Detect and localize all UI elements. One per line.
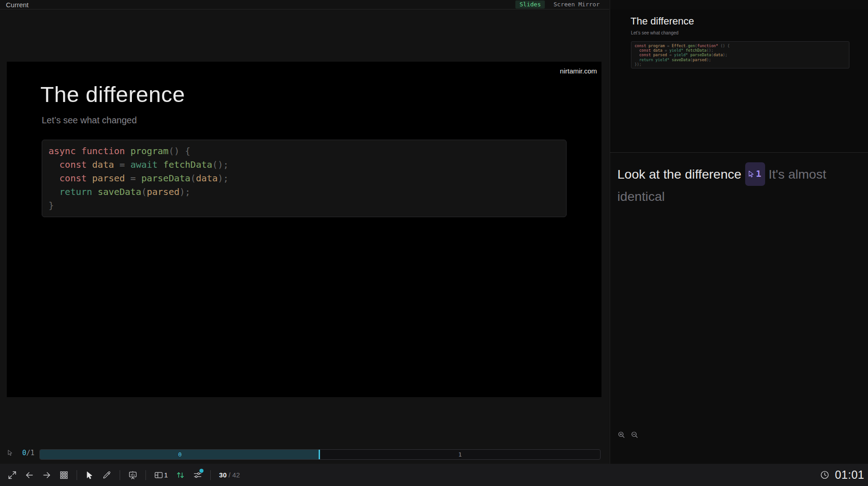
current-slide-panel: The difference Let’s see what changed ni… (0, 10, 609, 464)
view-mode-tabs: Slides Screen Mirror (515, 0, 604, 9)
presenter-toolbar: 1 30 / 42 01:01 (0, 464, 868, 486)
click-cursor-icon (7, 449, 14, 456)
toolbar-divider (120, 470, 120, 480)
toolbar-divider (77, 470, 77, 480)
zoom-out-icon[interactable] (630, 431, 639, 439)
settings-notification-dot (199, 469, 204, 473)
toolbar-divider (145, 470, 146, 480)
tab-slides[interactable]: Slides (515, 0, 545, 9)
next-and-notes-panel: The difference Let’s see what changed co… (610, 0, 868, 464)
draw-tool-icon[interactable] (102, 471, 112, 480)
slide-counter: 30 / 42 (219, 471, 240, 479)
next-slide-code-block: const program = Effect.gen(function* () … (631, 41, 849, 68)
sync-arrows-icon[interactable] (176, 471, 185, 480)
prev-slide-icon[interactable] (25, 471, 34, 480)
slide-code-block: async function program() { const data = … (42, 140, 567, 217)
click-progress-bar[interactable]: 0 1 (39, 449, 601, 460)
next-slide-icon[interactable] (42, 471, 51, 480)
click-progress-fill-label: 0 (178, 451, 182, 458)
slide-subtitle: Let’s see what changed (42, 115, 137, 126)
next-slide-preview: The difference Let’s see what changed co… (610, 10, 868, 153)
click-marker-badge: 1 (745, 162, 765, 186)
notes-spoken-text: Look at the difference (617, 167, 742, 181)
layout-icon (154, 471, 163, 480)
speaker-notes-text: Look at the difference 1 It's almost ide… (617, 162, 862, 207)
notes-zoom-controls (617, 431, 639, 439)
clock-icon (820, 470, 829, 480)
zoom-in-icon[interactable] (617, 431, 626, 439)
slide-title: The difference (40, 82, 185, 107)
slide-counter-separator: / (227, 471, 233, 479)
next-slide-title: The difference (630, 15, 694, 27)
presentation-screen-icon[interactable] (128, 471, 137, 480)
next-slide-subtitle: Let’s see what changed (631, 30, 679, 35)
presentation-timer[interactable]: 01:01 (820, 464, 864, 486)
click-counter-total: /1 (26, 449, 34, 457)
click-progress-rest-label: 1 (458, 451, 462, 458)
tab-screen-mirror[interactable]: Screen Mirror (549, 0, 604, 9)
click-marker-cursor-icon (747, 170, 755, 178)
camera-layout-button[interactable]: 1 (154, 471, 168, 480)
timer-value: 01:01 (835, 468, 864, 481)
presenter-header: Current Slides Screen Mirror (0, 0, 609, 10)
slides-overview-icon[interactable] (59, 471, 68, 480)
slide-watermark: nirtamir.com (560, 67, 597, 75)
speaker-notes-area[interactable]: Look at the difference 1 It's almost ide… (610, 153, 868, 443)
click-counter: 0/1 (22, 449, 34, 457)
current-view-label: Current (6, 1, 29, 9)
settings-button[interactable] (193, 471, 202, 480)
camera-count-label: 1 (164, 471, 168, 479)
cursor-tool-icon[interactable] (85, 471, 94, 480)
fullscreen-icon[interactable] (8, 471, 17, 480)
current-slide-preview: The difference Let’s see what changed ni… (7, 62, 601, 397)
slide-counter-total: 42 (233, 471, 240, 479)
click-counter-current: 0 (22, 449, 26, 457)
click-marker-number: 1 (756, 163, 761, 185)
slide-counter-current: 30 (219, 471, 227, 479)
toolbar-divider (210, 470, 211, 480)
